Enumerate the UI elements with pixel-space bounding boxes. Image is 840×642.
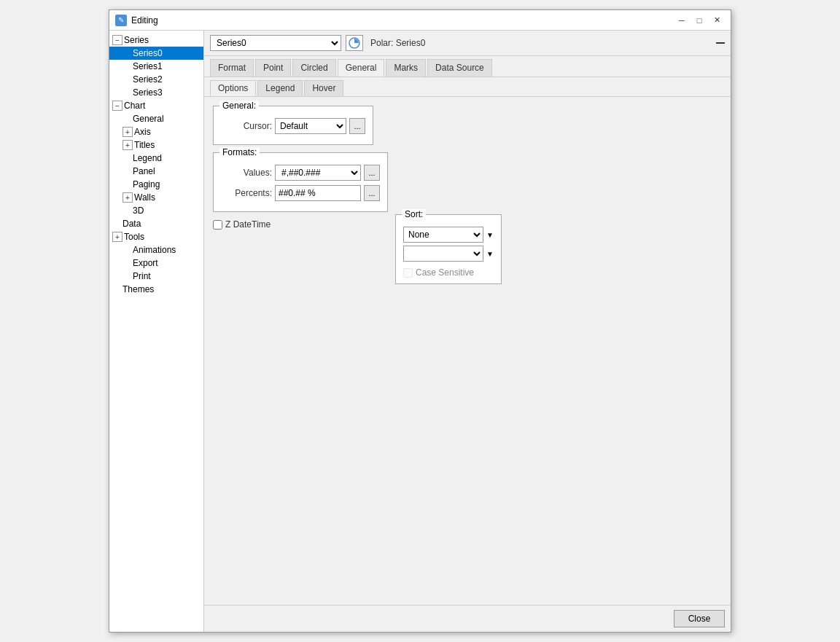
cursor-select[interactable]: Default <box>275 118 346 134</box>
sidebar-label-series1: Series1 <box>133 61 163 71</box>
window-controls: ─ □ ✕ <box>674 14 725 27</box>
sort-group-wrapper: Sort: None Ascending Descending ▼ <box>395 214 502 284</box>
general-group-content: Cursor: Default ... <box>221 118 365 134</box>
values-select[interactable]: #,##0.### <box>275 165 361 181</box>
sidebar-item-legend[interactable]: Legend <box>109 152 203 165</box>
series-bar: Series0 Series1 Series2 Series3 Polar: S… <box>204 31 731 56</box>
main-window: ✎ Editing ─ □ ✕ − Series Series0 <box>109 9 731 633</box>
cursor-ellipsis-button[interactable]: ... <box>349 118 365 134</box>
sidebar-item-series1[interactable]: Series1 <box>109 60 203 73</box>
case-sensitive-row: Case Sensitive <box>403 267 494 278</box>
title-bar-left: ✎ Editing <box>115 15 158 26</box>
sidebar-label-series: Series <box>124 35 149 45</box>
cursor-row: Cursor: Default ... <box>221 118 365 134</box>
sort-select1[interactable]: None Ascending Descending <box>403 227 483 243</box>
sidebar-label-walls: Walls <box>134 192 155 203</box>
series-toggle[interactable]: − <box>112 35 122 45</box>
sidebar-label-print: Print <box>133 271 151 281</box>
zdatetime-label: Z DateTime <box>225 219 271 230</box>
footer: Close <box>204 605 731 632</box>
sub-tab-bar: Options Legend Hover <box>204 77 731 97</box>
formats-group-content: Values: #,##0.### ... Percents: ... <box>221 165 380 201</box>
sidebar-item-paging[interactable]: Paging <box>109 178 203 191</box>
chart-icon <box>349 37 360 49</box>
formats-group: Formats: Values: #,##0.### ... Percents: <box>213 152 388 212</box>
sidebar-label-general: General <box>133 114 164 124</box>
zdatetime-checkbox[interactable] <box>213 220 222 230</box>
sidebar-item-walls[interactable]: + Walls <box>109 191 203 204</box>
close-button[interactable]: Close <box>674 610 725 627</box>
sidebar-label-export: Export <box>133 258 158 268</box>
series-dropdown[interactable]: Series0 Series1 Series2 Series3 <box>210 35 341 51</box>
tab-point[interactable]: Point <box>255 59 291 77</box>
maximize-button[interactable]: □ <box>691 14 707 27</box>
percents-ellipsis-button[interactable]: ... <box>364 185 380 201</box>
sidebar-label-themes: Themes <box>122 284 154 294</box>
case-sensitive-checkbox[interactable] <box>403 268 413 278</box>
values-row: Values: #,##0.### ... <box>221 165 380 181</box>
cursor-label: Cursor: <box>221 121 272 131</box>
sidebar-label-series2: Series2 <box>133 74 163 85</box>
sidebar-item-series2[interactable]: Series2 <box>109 73 203 86</box>
sidebar-item-print[interactable]: Print <box>109 270 203 283</box>
panel-area: General: Cursor: Default ... Formats: <box>204 97 731 605</box>
sub-tab-hover[interactable]: Hover <box>304 80 343 96</box>
sidebar-label-chart: Chart <box>124 101 145 111</box>
sub-tab-legend[interactable]: Legend <box>257 80 303 96</box>
titles-toggle[interactable]: + <box>122 140 133 150</box>
sidebar-item-tools[interactable]: + Tools <box>109 230 203 243</box>
values-label: Values: <box>221 168 272 178</box>
tab-marks[interactable]: Marks <box>386 59 426 77</box>
chart-toggle[interactable]: − <box>112 101 122 111</box>
general-group-title: General: <box>219 101 259 111</box>
percents-input[interactable] <box>275 185 361 201</box>
sort-dropdown-icon: ▼ <box>486 231 494 239</box>
sidebar-label-data: Data <box>122 219 141 229</box>
case-sensitive-label: Case Sensitive <box>416 267 474 278</box>
sub-tab-options[interactable]: Options <box>210 80 256 96</box>
window-title: Editing <box>131 15 158 26</box>
axis-toggle[interactable]: + <box>122 127 133 137</box>
series-icon-button[interactable] <box>346 35 363 51</box>
sidebar-item-panel[interactable]: Panel <box>109 165 203 178</box>
minimize-button[interactable]: ─ <box>674 14 690 27</box>
sort-group: Sort: None Ascending Descending ▼ <box>395 214 502 284</box>
sidebar-item-axis[interactable]: + Axis <box>109 125 203 138</box>
sidebar-item-titles[interactable]: + Titles <box>109 138 203 152</box>
sort-content: None Ascending Descending ▼ ▼ <box>403 227 494 278</box>
sidebar-label-series3: Series3 <box>133 87 163 98</box>
sidebar-item-animations[interactable]: Animations <box>109 243 203 257</box>
minimize-decoration <box>716 42 725 44</box>
sidebar-label-tools: Tools <box>124 232 144 242</box>
values-ellipsis-button[interactable]: ... <box>364 165 380 181</box>
sidebar: − Series Series0 Series1 Series2 <box>109 31 204 632</box>
sort-group-title: Sort: <box>402 209 426 219</box>
sidebar-item-series[interactable]: − Series <box>109 34 203 47</box>
tab-format[interactable]: Format <box>210 59 254 77</box>
window-close-button[interactable]: ✕ <box>709 14 725 27</box>
percents-row: Percents: ... <box>221 185 380 201</box>
sidebar-label-3d: 3D <box>133 205 144 216</box>
tools-toggle[interactable]: + <box>112 232 122 242</box>
sidebar-item-export[interactable]: Export <box>109 257 203 270</box>
tab-circled[interactable]: Circled <box>292 59 335 77</box>
sidebar-item-3d[interactable]: 3D <box>109 204 203 217</box>
title-bar: ✎ Editing ─ □ ✕ <box>109 10 731 31</box>
sort-row1: None Ascending Descending ▼ <box>403 227 494 243</box>
tab-datasource[interactable]: Data Source <box>427 59 492 77</box>
formats-group-title: Formats: <box>219 147 260 157</box>
sidebar-item-series3[interactable]: Series3 <box>109 86 203 99</box>
sidebar-item-themes[interactable]: Themes <box>109 283 203 296</box>
sidebar-item-general[interactable]: General <box>109 112 203 125</box>
sidebar-item-data[interactable]: Data <box>109 217 203 230</box>
percents-label: Percents: <box>221 188 272 198</box>
app-icon: ✎ <box>115 15 127 26</box>
sort-select2[interactable] <box>403 246 483 262</box>
tab-general[interactable]: General <box>338 59 385 77</box>
sidebar-label-legend: Legend <box>133 153 162 163</box>
sidebar-label-axis: Axis <box>134 127 151 137</box>
sidebar-label-panel: Panel <box>133 166 155 176</box>
sidebar-item-chart[interactable]: − Chart <box>109 99 203 112</box>
sidebar-item-series0[interactable]: Series0 <box>109 47 203 60</box>
walls-toggle[interactable]: + <box>122 192 133 203</box>
